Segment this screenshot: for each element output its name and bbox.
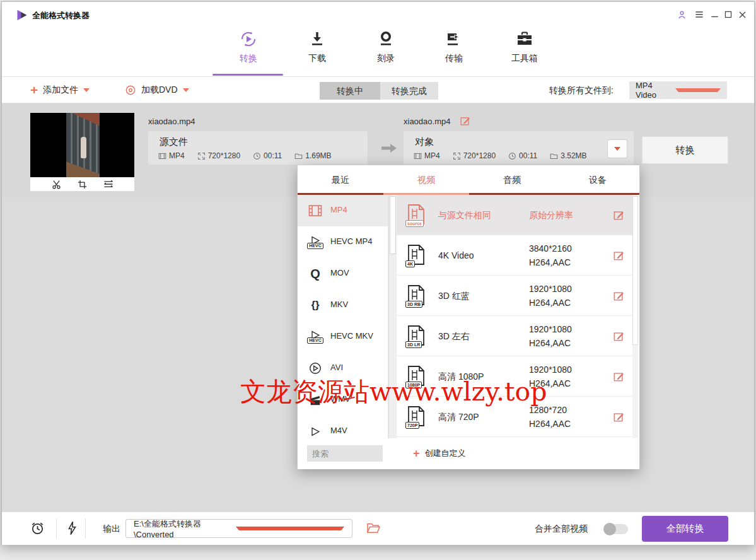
format-select-popup: 最近 视频 音频 设备 MP4 HEVC HEVC MP4 Q MOV [297, 165, 640, 469]
target-info-panel: 对象 MP4 720*1280 00:11 3.52MB [404, 131, 634, 165]
tab-transfer[interactable]: 传输 [426, 28, 482, 73]
preset-3d-red-blue[interactable]: 3D RB 3D 红蓝 1920*1080 H264,AAC [397, 276, 634, 316]
trim-icon[interactable] [51, 179, 62, 190]
play-circle-icon [306, 359, 324, 377]
high-speed-icon[interactable] [65, 520, 79, 539]
format-list-scrollbar[interactable] [388, 195, 397, 438]
folder-icon [294, 152, 303, 160]
convert-all-button[interactable]: 全部转换 [642, 516, 728, 542]
size-stat: 3.52MB [550, 151, 586, 160]
download-icon [308, 30, 327, 50]
popup-tab-video[interactable]: 视频 [383, 165, 469, 193]
edit-icon[interactable] [613, 290, 624, 301]
edit-icon[interactable] [613, 411, 624, 423]
edit-icon[interactable] [613, 250, 624, 261]
matroska-icon: {} [306, 296, 324, 314]
tab-toolbox[interactable]: 工具箱 [496, 28, 553, 73]
tab-converting[interactable]: 转换中 [320, 82, 380, 100]
resolution-stat: 720*1280 [453, 151, 496, 160]
format-item-m4v[interactable]: M4V [298, 416, 388, 438]
format-item-mov[interactable]: Q MOV [298, 258, 388, 289]
popup-footer: + 创建自定义 [298, 438, 639, 469]
format-item-mkv[interactable]: {} MKV [298, 289, 388, 321]
title-bar: 全能格式转换器 [2, 2, 754, 27]
popup-tab-device[interactable]: 设备 [555, 165, 641, 193]
convert-direction-arrow-icon [380, 142, 398, 157]
video-file-icon: 3D RB [407, 284, 428, 307]
video-thumbnail [30, 113, 134, 191]
chevron-down-icon [236, 527, 344, 530]
clapperboard-icon [306, 391, 324, 409]
edit-icon[interactable] [613, 371, 624, 382]
preset-4k-video[interactable]: 4K 4K Video 3840*2160 H264,AAC [397, 235, 634, 276]
format-list: MP4 HEVC HEVC MP4 Q MOV {} MKV HEVC [298, 195, 388, 438]
tab-converted[interactable]: 转换完成 [380, 82, 438, 100]
plus-icon: + [413, 447, 420, 460]
format-item-wmv[interactable]: WMV [298, 384, 388, 416]
play-icon [306, 423, 324, 438]
merge-videos-toggle[interactable] [604, 524, 628, 534]
clock-icon [508, 152, 516, 160]
duration-stat: 00:11 [508, 151, 537, 160]
minimize-button[interactable] [708, 8, 721, 21]
format-stat: MP4 [414, 151, 440, 160]
quicktime-icon: Q [306, 265, 324, 283]
preset-hd-1080p[interactable]: 1080P 高清 1080P 1920*1080 H264,AAC [397, 356, 634, 397]
preset-list-scrollbar[interactable] [632, 195, 638, 438]
popup-tab-audio[interactable]: 音频 [469, 165, 555, 193]
tab-convert[interactable]: 转换 [220, 28, 277, 73]
toolbox-icon [515, 30, 534, 50]
account-icon[interactable] [675, 8, 688, 21]
video-file-icon: 1080P [407, 365, 428, 388]
format-item-hevc-mp4[interactable]: HEVC HEVC MP4 [298, 226, 388, 258]
search-input[interactable] [307, 445, 383, 462]
tab-download[interactable]: 下载 [289, 28, 346, 73]
plus-icon: + [30, 84, 38, 96]
format-stat: MP4 [158, 151, 185, 160]
tab-burn[interactable]: 刻录 [358, 28, 414, 73]
resize-icon [197, 152, 206, 160]
resolution-stat: 720*1280 [197, 151, 240, 160]
burn-disc-icon [376, 30, 395, 50]
preset-same-as-source[interactable]: source 与源文件相同 原始分辨率 [397, 195, 634, 235]
video-file-icon: 3D LR [407, 325, 428, 347]
clock-icon [253, 152, 261, 160]
preset-hd-720p[interactable]: 720P 高清 720P 1280*720 H264,AAC [397, 397, 634, 437]
format-item-hevc-mkv[interactable]: HEVC HEVC MKV [298, 321, 388, 353]
create-custom-button[interactable]: + 创建自定义 [413, 447, 466, 460]
load-dvd-button[interactable]: 加载DVD [125, 77, 189, 103]
effects-icon[interactable] [103, 178, 114, 190]
play-hevc-icon: HEVC [306, 233, 324, 251]
menu-icon[interactable] [693, 8, 706, 21]
chevron-down-icon [83, 88, 90, 92]
close-button[interactable] [736, 8, 748, 21]
app-window: 全能格式转换器 转换 下载 [1, 1, 755, 545]
schedule-icon[interactable] [30, 520, 45, 539]
resize-icon [453, 152, 461, 160]
film-icon [414, 152, 422, 160]
convert-button[interactable]: 转换 [642, 136, 728, 164]
open-folder-icon[interactable] [366, 522, 381, 537]
crop-icon[interactable] [77, 179, 88, 190]
format-item-mp4[interactable]: MP4 [298, 195, 388, 226]
chevron-down-icon [183, 88, 189, 92]
chevron-down-icon [614, 147, 620, 151]
chevron-down-icon [675, 88, 721, 92]
transfer-icon [445, 30, 463, 50]
add-file-button[interactable]: + 添加文件 [30, 77, 90, 103]
preset-3d-left-right[interactable]: 3D LR 3D 左右 1920*1080 H264,AAC [397, 316, 634, 356]
target-format-dropdown-button[interactable] [607, 139, 627, 158]
preset-list: source 与源文件相同 原始分辨率 4K 4K Video 3840*216… [397, 195, 634, 438]
output-format-select[interactable]: MP4 Video [629, 81, 727, 99]
edit-icon[interactable] [613, 209, 624, 221]
rename-edit-icon[interactable] [460, 115, 471, 127]
output-path-select[interactable]: E:\全能格式转换器\Converted [125, 519, 352, 538]
edit-icon[interactable] [613, 330, 624, 342]
source-info-panel: 源文件 MP4 720*1280 00:11 1.69MB [148, 131, 368, 165]
popup-tab-recent[interactable]: 最近 [298, 165, 383, 193]
size-stat: 1.69MB [294, 151, 331, 160]
format-item-avi[interactable]: AVI [298, 353, 388, 384]
target-file-name: xiaodao.mp4 [404, 117, 450, 126]
play-hevc-icon: HEVC [306, 328, 324, 346]
maximize-button[interactable] [722, 8, 735, 21]
